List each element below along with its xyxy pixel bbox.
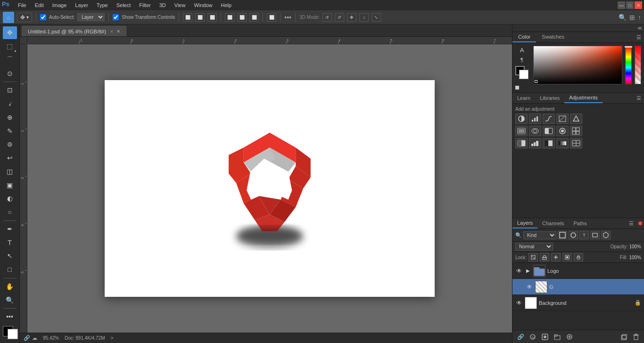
filter-pixel[interactable] bbox=[558, 231, 567, 239]
tab-paths[interactable]: Paths bbox=[569, 219, 592, 228]
invert-btn[interactable] bbox=[515, 138, 528, 148]
foreground-background-swatch[interactable] bbox=[515, 66, 528, 79]
filter-icon[interactable]: 🔍 bbox=[515, 232, 522, 238]
filter-smart[interactable] bbox=[601, 231, 611, 239]
workspace-switcher[interactable]: ⊞ bbox=[629, 14, 635, 21]
layer-visibility-g[interactable]: 👁 bbox=[526, 283, 533, 291]
quick-select-tool[interactable]: ⊙ bbox=[3, 67, 17, 80]
text-tool-icon[interactable]: A bbox=[519, 46, 525, 55]
opacity-spectrum[interactable] bbox=[635, 46, 641, 84]
maximize-button[interactable]: □ bbox=[626, 1, 634, 9]
tab-adjustments[interactable]: Adjustments bbox=[564, 93, 603, 103]
3d-orbit-btn[interactable]: ↺ bbox=[322, 13, 332, 22]
move-tool-options[interactable]: ✥ ▾ bbox=[17, 13, 32, 22]
lock-image-btn[interactable] bbox=[540, 253, 549, 261]
fill-value[interactable]: 100% bbox=[629, 255, 641, 260]
tab-channels[interactable]: Channels bbox=[537, 219, 569, 228]
tab-swatches[interactable]: Swatches bbox=[536, 32, 570, 42]
lock-all-btn[interactable] bbox=[574, 253, 583, 261]
blend-mode-select[interactable]: Normal Multiply Screen bbox=[515, 243, 553, 251]
threshold-btn[interactable] bbox=[543, 138, 555, 148]
menu-help[interactable]: Help bbox=[217, 1, 236, 9]
vibrance-btn[interactable] bbox=[570, 114, 582, 124]
layers-panel-menu[interactable]: ☰ bbox=[626, 219, 636, 229]
photo-filter-btn[interactable] bbox=[556, 126, 569, 136]
menu-select[interactable]: Select bbox=[113, 1, 135, 9]
minimize-button[interactable]: — bbox=[618, 1, 625, 9]
tab-learn[interactable]: Learn bbox=[512, 93, 535, 103]
gradient-map-btn[interactable] bbox=[556, 138, 569, 148]
layer-item-background[interactable]: 👁 Background 🔒 bbox=[512, 295, 644, 311]
align-top-btn[interactable]: ⬜ bbox=[225, 13, 234, 22]
tab-libraries[interactable]: Libraries bbox=[535, 93, 564, 103]
shape-tool[interactable]: □ bbox=[3, 263, 17, 276]
collapse-panel-btn[interactable]: ≪ bbox=[637, 25, 642, 31]
background-color[interactable] bbox=[8, 329, 18, 339]
3d-pan-btn[interactable]: ✥ bbox=[347, 13, 356, 22]
filter-shape[interactable] bbox=[590, 231, 600, 239]
move-tool[interactable]: ✥ bbox=[3, 26, 17, 39]
status-arrow[interactable]: > bbox=[111, 335, 114, 341]
lock-artboard-btn[interactable] bbox=[562, 253, 572, 261]
selective-color-btn[interactable] bbox=[570, 138, 582, 148]
3d-scale-btn[interactable]: ⤡ bbox=[372, 13, 381, 22]
panel-menu-btn[interactable]: ☰ bbox=[634, 33, 644, 42]
hand-tool[interactable]: ✋ bbox=[3, 280, 17, 293]
pen-tool[interactable]: ✒ bbox=[3, 223, 17, 236]
color-balance-btn[interactable] bbox=[529, 126, 541, 136]
3d-slide-btn[interactable]: ↕ bbox=[359, 13, 369, 22]
levels-btn[interactable] bbox=[529, 114, 541, 124]
menu-file[interactable]: File bbox=[14, 1, 30, 9]
filter-type[interactable]: T bbox=[579, 231, 589, 239]
brush-tool[interactable]: ✎ bbox=[3, 124, 17, 137]
canvas-viewport[interactable] bbox=[27, 44, 512, 333]
tab-color[interactable]: Color bbox=[512, 32, 536, 42]
adj-panel-menu[interactable]: ☰ bbox=[634, 93, 644, 103]
gradient-tool[interactable]: ▣ bbox=[3, 179, 17, 191]
show-transform-checkbox[interactable] bbox=[113, 14, 119, 20]
menu-3d[interactable]: 3D bbox=[156, 1, 170, 9]
marquee-tool[interactable]: ⬚ bbox=[3, 40, 17, 53]
healing-tool[interactable]: ⊕ bbox=[3, 111, 17, 123]
layer-visibility-logo[interactable]: 👁 bbox=[515, 267, 523, 275]
color-gradient-picker[interactable] bbox=[533, 46, 622, 84]
menu-type[interactable]: Type bbox=[93, 1, 112, 9]
exposure-btn[interactable] bbox=[556, 114, 569, 124]
dodge-tool[interactable]: ○ bbox=[3, 206, 17, 219]
delete-layer-btn[interactable] bbox=[631, 332, 641, 342]
posterize-btn[interactable] bbox=[529, 138, 541, 148]
hue-spectrum[interactable] bbox=[625, 46, 632, 84]
menu-window[interactable]: Window bbox=[190, 1, 216, 9]
auto-select-checkbox[interactable] bbox=[40, 14, 46, 20]
layer-style-btn[interactable]: fx bbox=[528, 332, 538, 342]
tab-close-btn[interactable]: ✕ bbox=[116, 29, 120, 34]
crop-tool[interactable]: ⊡ bbox=[3, 84, 17, 97]
paragraph-tool-icon[interactable]: ¶ bbox=[520, 56, 524, 64]
history-brush[interactable]: ↩ bbox=[3, 152, 17, 164]
stamp-tool[interactable]: ⊚ bbox=[3, 138, 17, 151]
layer-item-g[interactable]: 👁 G bbox=[512, 279, 644, 295]
lasso-tool[interactable]: ⌒ bbox=[3, 54, 17, 66]
menu-layer[interactable]: Layer bbox=[71, 1, 92, 9]
lock-position-btn[interactable] bbox=[551, 253, 561, 261]
align-right-btn[interactable]: ⬜ bbox=[207, 13, 217, 22]
new-adjustment-btn[interactable] bbox=[564, 332, 575, 342]
share-icon[interactable]: ↑ bbox=[638, 14, 641, 21]
blur-tool[interactable]: ◐ bbox=[3, 192, 17, 205]
zoom-tool[interactable]: 🔍 bbox=[3, 294, 17, 306]
curves-btn[interactable] bbox=[543, 114, 555, 124]
link-icon[interactable]: 🔗 bbox=[24, 335, 30, 341]
layer-visibility-bg[interactable]: 👁 bbox=[515, 299, 523, 307]
more-tools[interactable]: ••• bbox=[3, 310, 17, 323]
document-tab[interactable]: Untitled-1.psd @ 95.4% (RGB/8#) ✕ ✕ bbox=[22, 26, 126, 36]
menu-image[interactable]: Image bbox=[49, 1, 71, 9]
align-left-btn[interactable]: ⬜ bbox=[183, 13, 192, 22]
filter-adjust[interactable] bbox=[569, 231, 578, 239]
new-group-btn[interactable] bbox=[552, 332, 562, 342]
bg-color-swatch[interactable] bbox=[519, 70, 528, 79]
tab-layers[interactable]: Layers bbox=[512, 218, 537, 229]
align-middle-btn[interactable]: ⬜ bbox=[237, 13, 247, 22]
close-button[interactable]: ✕ bbox=[635, 1, 642, 9]
more-options-btn[interactable]: ••• bbox=[284, 14, 291, 21]
home-button[interactable]: ⌂ bbox=[3, 12, 14, 23]
